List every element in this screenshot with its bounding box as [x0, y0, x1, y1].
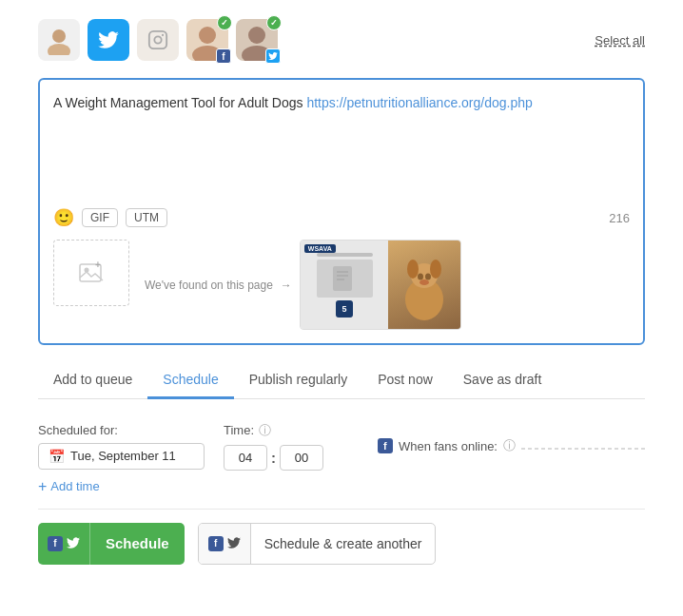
fans-online-label: When fans online: — [399, 439, 498, 453]
check-badge-facebook: ✓ — [217, 15, 232, 30]
schedule-another-btn-label: Schedule & create another — [251, 524, 436, 564]
svg-point-0 — [52, 29, 66, 43]
preview-area: We've found on this page → WSAVA — [145, 240, 630, 330]
schedule-btn-icons: f — [38, 523, 90, 565]
scheduled-for-group: Scheduled for: 📅 — [38, 423, 205, 470]
select-all-button[interactable]: Select all — [595, 33, 645, 48]
scheduled-for-label: Scheduled for: — [38, 423, 205, 437]
date-input-wrapper[interactable]: 📅 — [38, 443, 205, 470]
fans-chart — [521, 434, 645, 458]
tab-publish-regularly[interactable]: Publish regularly — [234, 362, 363, 399]
editor-text-prefix: A Weight Management Tool for Adult Dogs — [53, 95, 306, 110]
schedule-form: Scheduled for: 📅 Time: ⓘ : f When fans o… — [38, 416, 645, 580]
account-person1[interactable] — [38, 19, 80, 61]
schedule-another-btn-icons: f — [199, 524, 251, 564]
tab-post-now[interactable]: Post now — [362, 362, 448, 399]
form-divider — [38, 509, 645, 510]
check-badge-twitter: ✓ — [266, 15, 282, 30]
gif-button[interactable]: GIF — [82, 208, 118, 227]
hour-input[interactable] — [224, 445, 267, 471]
schedule-btn-fb-icon: f — [48, 536, 63, 551]
svg-point-4 — [162, 34, 164, 36]
utm-button[interactable]: UTM — [126, 208, 167, 227]
plus-icon: + — [38, 478, 47, 495]
calendar-icon: 📅 — [49, 449, 65, 464]
tab-save-as-draft[interactable]: Save as draft — [448, 362, 557, 399]
account-twitter1[interactable] — [88, 19, 129, 61]
svg-point-21 — [425, 273, 431, 279]
time-separator: : — [271, 450, 276, 466]
fans-info-icon[interactable]: ⓘ — [503, 437, 516, 454]
svg-rect-12 — [333, 266, 352, 291]
schedule-btn-tw-icon — [67, 536, 80, 551]
tab-add-to-queue[interactable]: Add to queue — [38, 362, 147, 399]
schedule-button[interactable]: f Schedule — [38, 523, 185, 565]
account-instagram1[interactable] — [137, 19, 179, 61]
char-count: 216 — [609, 211, 630, 225]
fans-online-group: f When fans online: ⓘ — [378, 434, 645, 458]
schedule-create-another-button[interactable]: f Schedule & create another — [198, 523, 437, 565]
preview-image[interactable]: WSAVA 5 — [300, 240, 461, 330]
form-row-datetime: Scheduled for: 📅 Time: ⓘ : f When fans o… — [38, 422, 645, 471]
svg-rect-2 — [149, 31, 166, 48]
accounts-bar: ✓ f ✓ Select all — [38, 19, 645, 61]
tabs-bar: Add to queue Schedule Publish regularly … — [38, 362, 645, 399]
svg-point-7 — [248, 27, 265, 44]
minute-input[interactable] — [280, 445, 323, 471]
preview-arrow: → — [281, 279, 292, 292]
preview-label: We've found on this page — [145, 279, 273, 292]
svg-point-3 — [154, 36, 161, 43]
add-image-button[interactable]: + — [53, 240, 129, 306]
content-editor: A Weight Management Tool for Adult Dogs … — [38, 78, 645, 345]
preview-brand: WSAVA — [304, 244, 336, 253]
tab-schedule[interactable]: Schedule — [147, 362, 233, 399]
add-time-button[interactable]: + Add time — [38, 471, 100, 495]
svg-point-5 — [199, 27, 216, 44]
svg-point-22 — [420, 279, 429, 285]
accounts-list: ✓ f ✓ — [38, 19, 278, 61]
time-inputs: : — [224, 445, 323, 471]
date-input[interactable] — [70, 449, 194, 463]
svg-text:+: + — [95, 260, 101, 270]
account-facebook1[interactable]: ✓ f — [186, 19, 228, 61]
svg-point-1 — [48, 44, 70, 55]
account-twitter2[interactable]: ✓ — [236, 19, 278, 61]
editor-toolbar: 🙂 GIF UTM 216 — [53, 200, 630, 228]
time-label: Time: — [224, 423, 254, 437]
emoji-button[interactable]: 🙂 — [53, 207, 74, 228]
actions-row: f Schedule f Schedule & create another — [38, 523, 645, 565]
editor-link[interactable]: https://petnutritionalliance.org/dog.php — [306, 95, 532, 110]
time-group: Time: ⓘ : — [224, 422, 323, 471]
svg-point-20 — [418, 273, 423, 279]
editor-text[interactable]: A Weight Management Tool for Adult Dogs … — [53, 93, 630, 188]
add-time-label: Add time — [50, 479, 99, 493]
editor-bottom: + We've found on this page → WSAVA — [53, 240, 630, 330]
schedule-another-fb-icon: f — [208, 536, 224, 551]
svg-point-19 — [430, 260, 441, 279]
fb-icon-fans: f — [378, 438, 393, 453]
schedule-btn-label: Schedule — [90, 523, 185, 565]
schedule-another-tw-icon — [227, 536, 241, 551]
svg-point-18 — [407, 260, 419, 279]
time-info-icon[interactable]: ⓘ — [259, 422, 271, 439]
